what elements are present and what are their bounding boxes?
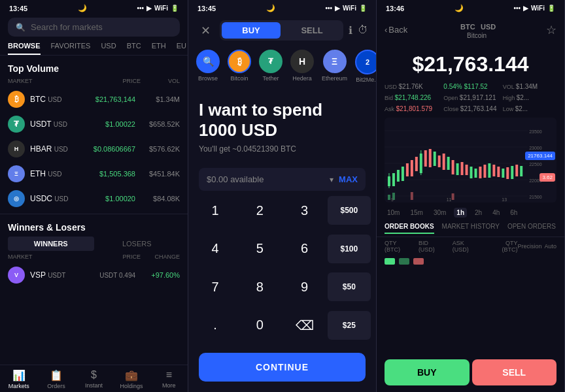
scroll-coin-tether[interactable]: ₮ Tether: [259, 50, 282, 83]
tf-1h[interactable]: 1h: [454, 208, 467, 218]
preset-100[interactable]: $100: [328, 235, 371, 263]
nav-orders[interactable]: 📋 Orders: [37, 369, 75, 389]
detail-coin: BTC USD: [413, 20, 541, 32]
trade-buy-button[interactable]: BUY: [385, 359, 470, 385]
tab-order-books[interactable]: ORDER BOOKS: [385, 223, 434, 234]
tab-losers[interactable]: LOSERS: [94, 237, 180, 251]
preset-25[interactable]: $25: [328, 311, 371, 340]
tab-browse[interactable]: BROWSE: [8, 42, 41, 55]
market-price-hbar: $0.08606667: [83, 145, 135, 153]
stat-usd: USD $21.76K: [385, 83, 438, 90]
continue-button[interactable]: CONTINUE: [199, 353, 366, 382]
market-row-eth[interactable]: Ξ ETH USD $1,505.368 $451.84K: [0, 161, 188, 186]
tf-30m[interactable]: 30m: [431, 208, 449, 218]
back-button[interactable]: ‹ Back: [385, 25, 407, 35]
star-button[interactable]: ☆: [546, 23, 556, 37]
key-3[interactable]: 3: [283, 196, 326, 225]
tab-favorites[interactable]: FAVORITES: [51, 42, 91, 55]
bit2me-coin-icon: 2: [355, 50, 376, 74]
svg-rect-22: [466, 165, 468, 175]
precision-label: Precision: [517, 243, 541, 250]
svg-rect-20: [456, 163, 459, 175]
key-2[interactable]: 2: [238, 196, 281, 225]
tab-buy[interactable]: BUY: [222, 22, 281, 39]
tab-open-orders[interactable]: OPEN ORDERS: [507, 223, 556, 234]
key-7[interactable]: 7: [194, 272, 237, 301]
tab-market-history[interactable]: MARKET HISTORY: [442, 223, 500, 234]
nav-holdings[interactable]: 💼 Holdings: [112, 369, 150, 389]
tab-winners[interactable]: WINNERS: [8, 237, 94, 251]
chart-area: 23500 23000 22500 22000 21500 9 11 13 21…: [385, 118, 556, 203]
tf-6h[interactable]: 6h: [507, 208, 520, 218]
tab-sell[interactable]: SELL: [282, 22, 341, 39]
svg-rect-14: [429, 149, 432, 167]
nav-more[interactable]: ≡ More: [150, 369, 188, 389]
tf-2h[interactable]: 2h: [472, 208, 485, 218]
col-bid-usd: BID(USD): [419, 240, 450, 253]
browse-coin-icon: 🔍: [196, 50, 220, 73]
svg-rect-27: [488, 163, 490, 178]
key-4[interactable]: 4: [194, 235, 237, 263]
svg-rect-26: [483, 165, 486, 178]
key-backspace[interactable]: ⌫: [283, 311, 326, 340]
market-row-btc[interactable]: ₿ BTC USD $21,763,144 $1.34M: [0, 87, 188, 112]
trade-sell-button[interactable]: SELL: [472, 359, 557, 385]
market-row-vsp[interactable]: V VSP USDT USDT 0.494 +97.60%: [0, 263, 188, 287]
scroll-coin-browse[interactable]: 🔍 Browse: [196, 50, 220, 83]
nav-markets[interactable]: 📊 Markets: [0, 369, 37, 389]
market-price-eth: $1,505.368: [83, 170, 135, 178]
key-6[interactable]: 6: [283, 235, 326, 263]
available-row[interactable]: $0.00 available ▾ MAX: [199, 168, 366, 191]
market-row-usdt[interactable]: ₮ USDT USD $1.00022 $658.52K: [0, 112, 188, 137]
hedera-coin-icon: H: [290, 50, 314, 73]
svg-rect-40: [452, 193, 454, 200]
detail-header: ‹ Back BTC USD Bitcoin ☆: [377, 15, 564, 44]
price-display: $21,763.144: [377, 44, 564, 80]
market-row-hbar[interactable]: H HBAR USD $0.08606667 $576.62K: [0, 137, 188, 161]
buy-sell-tabs: BUY SELL: [220, 20, 343, 41]
info-icon[interactable]: ℹ: [349, 24, 352, 37]
scroll-coin-ethereum[interactable]: Ξ Ethereum: [322, 50, 347, 83]
svg-rect-25: [479, 167, 481, 178]
detail-title: BTC USD Bitcoin: [413, 20, 541, 39]
key-9[interactable]: 9: [283, 272, 326, 301]
close-button[interactable]: ✕: [196, 22, 214, 40]
preset-50[interactable]: $50: [328, 272, 371, 301]
tf-10m[interactable]: 10m: [385, 208, 402, 218]
svg-rect-33: [515, 165, 518, 176]
tab-btc[interactable]: BTC: [127, 42, 141, 55]
precision-row: Precision Auto: [517, 243, 556, 250]
holdings-icon: 💼: [125, 369, 138, 382]
col-qty-btc2: QTY(BTC): [487, 240, 518, 253]
col-wl-price: PRICE: [88, 253, 141, 260]
key-0[interactable]: 0: [238, 311, 281, 340]
history-icon[interactable]: ⏱: [358, 24, 368, 37]
key-1[interactable]: 1: [194, 196, 237, 225]
scroll-coin-bit2me[interactable]: 2 Bit2Me...: [355, 50, 376, 83]
market-price-usdc: $1.00020: [83, 195, 135, 203]
tab-usd[interactable]: USD: [101, 42, 116, 55]
max-button[interactable]: MAX: [339, 174, 358, 184]
tab-eu[interactable]: EU: [177, 42, 186, 55]
hedera-coin-label: Hedera: [292, 75, 312, 82]
market-price-usdt: $1.00022: [83, 120, 135, 128]
scroll-coin-bitcoin[interactable]: ₿ Bitcoin: [228, 50, 251, 83]
tf-15m[interactable]: 15m: [407, 208, 425, 218]
winners-tabs: WINNERS LOSERS: [8, 237, 180, 251]
market-row-usdc[interactable]: ◎ USDC USD $1.00020 $84.08K: [0, 186, 188, 211]
panel-btc-detail: 13:46 🌙 ••• ▶ WiFi 🔋 ‹ Back BTC USD Bitc…: [377, 0, 565, 392]
key-8[interactable]: 8: [238, 272, 281, 301]
market-vol-usdc: $84.08K: [141, 195, 180, 203]
tf-4h[interactable]: 4h: [490, 208, 502, 218]
nav-instant[interactable]: $ Instant: [75, 369, 112, 389]
scroll-coin-hedera[interactable]: H Hedera: [290, 50, 314, 83]
tab-eth[interactable]: ETH: [152, 42, 166, 55]
search-bar[interactable]: 🔍 Search for markets: [8, 18, 180, 37]
key-5[interactable]: 5: [238, 235, 281, 263]
svg-text:21500: 21500: [529, 195, 541, 199]
preset-500[interactable]: $500: [328, 196, 371, 225]
btc-coin-label: Bitcoin: [230, 75, 248, 82]
search-placeholder: Search for markets: [31, 22, 103, 32]
key-dot[interactable]: .: [194, 311, 237, 340]
coin-icon-hbar: H: [8, 140, 25, 157]
